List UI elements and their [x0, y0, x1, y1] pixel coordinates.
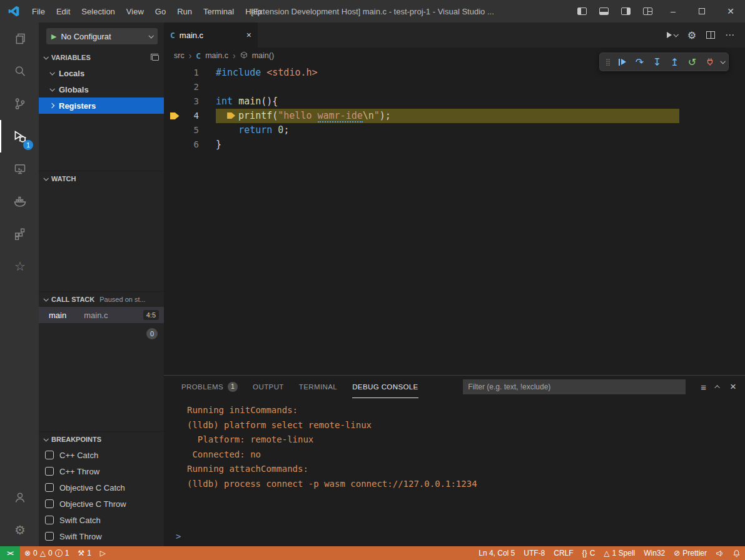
panel-tab-debug-console[interactable]: DEBUG CONSOLE	[352, 376, 418, 398]
breakpoint-checkbox[interactable]	[45, 499, 54, 508]
current-line-pointer-icon[interactable]	[170, 112, 180, 119]
breakpoint-checkbox[interactable]	[45, 451, 54, 459]
menu-view[interactable]: View	[121, 7, 150, 16]
tab-main-c[interactable]: C main.c ×	[164, 22, 258, 48]
panel-tab-output[interactable]: OUTPUT	[253, 376, 284, 398]
announcement-icon[interactable]	[711, 546, 728, 560]
menu-terminal[interactable]: Terminal	[198, 7, 240, 16]
breadcrumb-folder[interactable]: src	[174, 51, 185, 60]
breakpoint-item-objective-c-catch[interactable]: Objective C Catch	[39, 479, 164, 496]
menu-selection[interactable]: Selection	[76, 7, 120, 16]
tab-bar: C main.c × ⚙ ⋯	[164, 22, 745, 48]
glyph-margin	[164, 80, 185, 94]
remote-explorer-icon[interactable]	[0, 152, 39, 185]
close-panel-icon[interactable]: ×	[730, 381, 736, 393]
frame-position-badge: 4:5	[143, 310, 159, 320]
platform-indicator[interactable]: Win32	[639, 546, 669, 560]
breakpoint-label: C++ Throw	[59, 467, 99, 476]
breakpoint-checkbox[interactable]	[45, 516, 54, 524]
disconnect-button[interactable]	[702, 54, 717, 70]
debug-status[interactable]: ▷	[96, 546, 110, 560]
variables-list: LocalsGlobalsRegisters	[39, 65, 164, 114]
breakpoint-checkbox[interactable]	[45, 467, 54, 476]
console-prompt[interactable]: >	[164, 531, 745, 546]
variables-item-registers[interactable]: Registers	[39, 98, 164, 114]
panel-tab-terminal[interactable]: TERMINAL	[299, 376, 337, 398]
menu-run[interactable]: Run	[171, 7, 198, 16]
more-actions-icon[interactable]: ⋯	[725, 29, 735, 41]
breakpoint-item-swift-catch[interactable]: Swift Catch	[39, 512, 164, 528]
menu-file[interactable]: File	[26, 7, 51, 16]
breakpoint-checkbox[interactable]	[45, 532, 54, 541]
code-line-4: 4 printf("hello wamr-ide\n");	[164, 109, 745, 123]
step-over-button[interactable]: ↷	[632, 54, 647, 70]
launch-config-dropdown[interactable]: ▶ No Configurat	[46, 28, 158, 44]
breakpoint-label: Objective C Catch	[59, 483, 125, 492]
callstack-header[interactable]: CALL STACK Paused on st...	[39, 292, 164, 307]
bell-icon[interactable]	[728, 546, 745, 560]
customize-layout-icon[interactable]	[643, 8, 652, 15]
variables-item-locals[interactable]: Locals	[39, 65, 164, 81]
filter-lines-icon[interactable]: ≡	[701, 382, 706, 392]
run-dropdown-icon[interactable]	[667, 32, 677, 38]
breakpoint-item-objective-c-throw[interactable]: Objective C Throw	[39, 496, 164, 512]
maximize-button[interactable]	[687, 0, 716, 22]
breakpoint-checkbox[interactable]	[45, 483, 54, 492]
start-debug-icon[interactable]: ▶	[51, 32, 56, 41]
explorer-icon[interactable]	[0, 22, 39, 55]
variables-header[interactable]: VARIABLES	[39, 50, 164, 65]
toggle-panel-icon[interactable]	[599, 8, 609, 15]
chevron-up-icon[interactable]	[714, 385, 719, 390]
panel-tabs: PROBLEMS1OUTPUTTERMINALDEBUG CONSOLE	[181, 376, 418, 398]
eol-indicator[interactable]: CRLF	[549, 546, 577, 560]
spell-checker-status[interactable]: △1 Spell	[599, 546, 639, 560]
language-mode[interactable]: {}C	[578, 546, 600, 560]
collapse-all-icon[interactable]	[152, 55, 159, 61]
watch-header[interactable]: WATCH	[39, 171, 164, 186]
menu-go[interactable]: Go	[150, 7, 171, 16]
search-icon[interactable]	[0, 55, 39, 88]
breadcrumb-symbol[interactable]: main()	[252, 51, 274, 60]
tools-status[interactable]: ⚒1	[73, 546, 95, 560]
circle-slash-icon: ⊘	[674, 549, 680, 558]
extensions-icon[interactable]	[0, 218, 39, 250]
gear-icon[interactable]: ⚙	[687, 29, 696, 41]
problems-status[interactable]: ⊗0 △0 i1	[20, 546, 73, 560]
breakpoint-item-swift-throw[interactable]: Swift Throw	[39, 528, 164, 544]
title-bar: FileEditSelectionViewGoRunTerminalHelp […	[0, 0, 745, 22]
minimize-button[interactable]: –	[659, 0, 687, 22]
breadcrumb-file[interactable]: main.c	[205, 51, 228, 60]
menu-edit[interactable]: Edit	[51, 7, 76, 16]
close-tab-icon[interactable]: ×	[246, 30, 251, 40]
settings-gear-icon[interactable]: ⚙	[0, 514, 39, 546]
continue-button[interactable]	[614, 54, 630, 70]
breakpoints-header[interactable]: BREAKPOINTS	[39, 432, 164, 447]
step-out-button[interactable]: ↥	[667, 54, 682, 70]
panel-tab-problems[interactable]: PROBLEMS1	[181, 376, 238, 398]
console-filter-input[interactable]	[463, 379, 686, 394]
remote-indicator[interactable]: ><	[0, 546, 20, 560]
docker-icon[interactable]	[0, 185, 39, 218]
restart-button[interactable]: ↺	[684, 54, 700, 70]
breakpoint-item-c-throw[interactable]: C++ Throw	[39, 463, 164, 479]
star-icon[interactable]: ☆	[0, 250, 39, 282]
toggle-secondary-sidebar-icon[interactable]	[621, 8, 631, 15]
close-button[interactable]: ✕	[716, 0, 745, 22]
source-control-icon[interactable]	[0, 88, 39, 120]
breakpoint-item-c-catch[interactable]: C++ Catch	[39, 447, 164, 463]
cursor-position[interactable]: Ln 4, Col 5	[474, 546, 519, 560]
account-icon[interactable]	[0, 481, 39, 514]
toggle-sidebar-icon[interactable]	[577, 8, 587, 15]
encoding-indicator[interactable]: UTF-8	[519, 546, 549, 560]
stack-frame-row[interactable]: main main.c 4:5	[39, 307, 164, 323]
split-editor-icon[interactable]	[706, 31, 715, 39]
run-debug-icon[interactable]: 1	[0, 120, 39, 152]
code-editor[interactable]: 1#include <stdio.h>23int main(){4 printf…	[164, 64, 745, 375]
console-line: (lldb) process connect -p wasm connect:/…	[187, 477, 745, 492]
drag-handle-icon[interactable]: ⣿	[604, 54, 612, 70]
chevron-down-icon[interactable]	[720, 59, 725, 64]
step-into-button[interactable]: ↧	[649, 54, 665, 70]
warning-icon: △	[40, 549, 46, 558]
variables-item-globals[interactable]: Globals	[39, 81, 164, 98]
prettier-status[interactable]: ⊘Prettier	[669, 546, 711, 560]
